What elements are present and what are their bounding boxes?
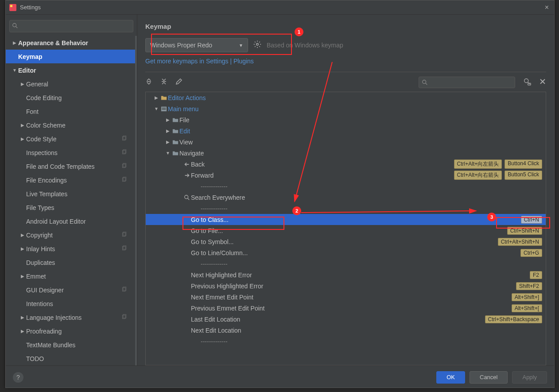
sidebar-item[interactable]: ▶Copyright — [6, 228, 135, 242]
svg-point-20 — [256, 43, 259, 46]
per-project-icon — [121, 245, 127, 252]
chevron-right-icon: ▶ — [19, 274, 26, 279]
action-item[interactable]: Last Edit LocationCtrl+Shift+Backspace — [146, 314, 546, 325]
chevron-down-icon: ▼ — [11, 68, 18, 73]
sidebar-item-label: File and Code Templates — [26, 163, 121, 170]
sidebar-item[interactable]: TODO — [6, 352, 135, 365]
action-group[interactable]: ▶View — [146, 136, 546, 147]
shortcuts: Shift+F2 — [516, 282, 542, 290]
titlebar: Settings × — [6, 0, 554, 15]
per-project-icon — [121, 177, 127, 184]
sidebar-item-label: GUI Designer — [26, 287, 121, 294]
sidebar-item[interactable]: ▶Emmet — [6, 269, 135, 283]
cancel-button[interactable]: Cancel — [470, 371, 508, 384]
action-item[interactable]: ForwardCtrl+Alt+向右箭头Button5 Click — [146, 170, 546, 181]
svg-rect-32 — [162, 109, 166, 109]
action-item[interactable]: Go to File...Ctrl+Shift+N — [146, 225, 546, 236]
action-item[interactable]: Next Edit Location — [146, 325, 546, 336]
action-group[interactable]: ▼Navigate — [146, 147, 546, 159]
shortcuts: Ctrl+Alt+Shift+N — [498, 238, 542, 246]
sidebar-item[interactable]: Font — [6, 105, 135, 118]
action-item[interactable]: Search Everywhere — [146, 192, 546, 203]
app-icon — [9, 4, 16, 11]
sidebar-item-label: Code Style — [26, 136, 121, 143]
svg-line-24 — [426, 83, 427, 85]
chevron-right-icon: ▶ — [164, 128, 171, 133]
find-by-shortcut-icon[interactable] — [523, 78, 531, 87]
sidebar-item[interactable]: ▶General — [6, 77, 135, 91]
sidebar-item[interactable]: Code Editing — [6, 91, 135, 105]
panel-heading: Keymap — [145, 23, 546, 30]
svg-point-2 — [13, 23, 16, 27]
chevron-right-icon: ▶ — [153, 95, 160, 100]
edit-icon[interactable] — [175, 78, 182, 87]
sidebar-item[interactable]: ▶Color Scheme — [6, 118, 135, 132]
sidebar-item[interactable]: File Types — [6, 201, 135, 214]
chevron-right-icon: ▶ — [164, 117, 171, 122]
sidebar-item-label: TODO — [26, 355, 135, 362]
per-project-icon — [121, 136, 127, 143]
action-item[interactable]: Go to Symbol...Ctrl+Alt+Shift+N — [146, 236, 546, 247]
action-group[interactable]: ▼Main menu — [146, 103, 546, 114]
action-item[interactable]: BackCtrl+Alt+向左箭头Button4 Click — [146, 159, 546, 170]
sidebar-item[interactable]: File and Code Templates — [6, 159, 135, 173]
shortcuts: Ctrl+G — [520, 249, 542, 257]
folder-icon — [171, 150, 179, 156]
sidebar-item[interactable]: GUI Designer — [6, 283, 135, 297]
action-group[interactable]: ▶Editor Actions — [146, 92, 546, 103]
sidebar-tree: ▶Appearance & BehaviorKeymap▼Editor▶Gene… — [6, 36, 137, 365]
clear-icon[interactable] — [539, 78, 546, 87]
close-icon[interactable]: × — [543, 4, 551, 12]
sidebar-item[interactable]: Intentions — [6, 297, 135, 310]
chevron-down-icon: ▼ — [239, 43, 243, 48]
sidebar-search-input[interactable] — [9, 20, 133, 32]
ok-button[interactable]: OK — [436, 371, 465, 384]
action-label: Search Everywhere — [191, 194, 542, 201]
action-item[interactable]: Previous Emmet Edit PointAlt+Shift+[ — [146, 303, 546, 314]
sidebar-item[interactable]: Duplicates — [6, 256, 135, 269]
shortcuts: Ctrl+Shift+Backspace — [485, 315, 542, 323]
svg-point-25 — [524, 79, 528, 83]
sidebar-item[interactable]: TextMate Bundles — [6, 338, 135, 352]
action-item[interactable]: Next Emmet Edit PointAlt+Shift+] — [146, 291, 546, 303]
sidebar-item[interactable]: ▼Editor — [6, 63, 135, 77]
action-search[interactable] — [419, 77, 515, 88]
sidebar-item-label: Font — [26, 108, 135, 115]
sidebar-item-label: Duplicates — [26, 259, 135, 266]
shortcut-badge: Alt+Shift+] — [512, 293, 542, 301]
sidebar-item[interactable]: Live Templates — [6, 187, 135, 201]
gear-icon[interactable] — [253, 40, 261, 50]
sidebar-item[interactable]: ▶Proofreading — [6, 324, 135, 338]
sidebar-item[interactable]: File Encodings — [6, 173, 135, 187]
sidebar-item[interactable]: Android Layout Editor — [6, 214, 135, 228]
keymap-select[interactable]: Windows Proper Redo ▼ — [145, 38, 248, 52]
svg-line-36 — [188, 198, 190, 200]
keymap-toolbar — [145, 77, 546, 88]
expand-all-icon[interactable] — [145, 78, 152, 87]
sidebar-item-label: Inlay Hints — [26, 245, 121, 252]
get-keymaps-link[interactable]: Get more keymaps in Settings | Plugins — [145, 58, 546, 65]
action-label: Editor Actions — [168, 94, 542, 101]
sidebar-item[interactable]: ▶Appearance & Behavior — [6, 36, 135, 50]
chevron-down-icon: ▼ — [153, 106, 160, 111]
sidebar-item[interactable]: Inspections — [6, 146, 135, 159]
sidebar-item[interactable]: ▶Code Style — [6, 132, 135, 146]
collapse-all-icon[interactable] — [160, 78, 167, 87]
chevron-right-icon: ▶ — [11, 40, 18, 45]
action-item[interactable]: Go to Class...Ctrl+N — [146, 214, 546, 225]
help-button[interactable]: ? — [13, 372, 23, 383]
sidebar-item[interactable]: ▶Language Injections — [6, 310, 135, 324]
action-item[interactable]: Next Highlighted ErrorF2 — [146, 269, 546, 280]
action-item[interactable]: Go to Line/Column...Ctrl+G — [146, 247, 546, 258]
keymap-action-tree[interactable]: ▶Editor Actions▼Main menu▶File▶Edit▶View… — [145, 92, 546, 365]
sidebar-item[interactable]: ▶Inlay Hints — [6, 242, 135, 256]
action-group[interactable]: ▶File — [146, 114, 546, 125]
apply-button[interactable]: Apply — [512, 371, 547, 384]
action-label: Last Edit Location — [191, 316, 485, 323]
based-on-text: Based on Windows keymap — [267, 42, 343, 49]
action-group[interactable]: ▶Edit — [146, 125, 546, 136]
search-icon — [183, 194, 191, 201]
sidebar-item[interactable]: Keymap — [6, 50, 135, 63]
chevron-down-icon: ▼ — [164, 151, 171, 155]
action-item[interactable]: Previous Highlighted ErrorShift+F2 — [146, 280, 546, 291]
